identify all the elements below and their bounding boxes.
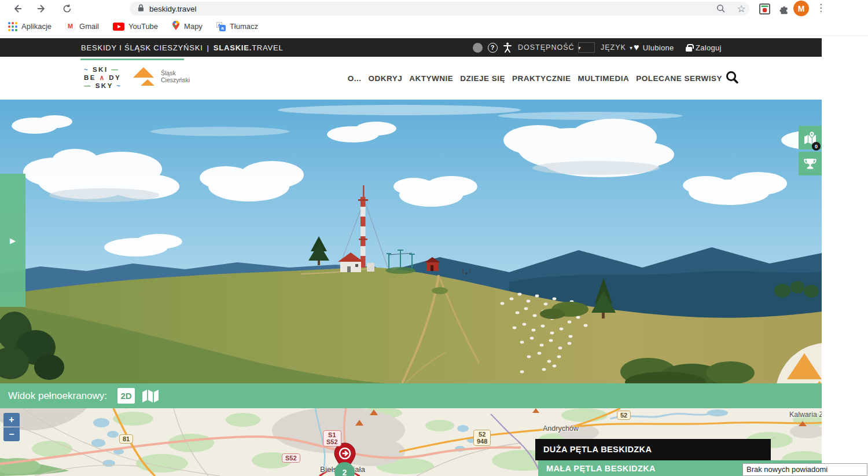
hero-banner: ▶ 0 [0,100,822,383]
notification-tooltip: Brak nowych powiadomi [742,463,867,476]
screenshot-root: beskidy.travel ☆ M ⋮ Aplikacje M Gmail [0,0,868,476]
trophy-button[interactable] [799,152,822,175]
gmail-icon: M [65,23,75,30]
extension-shortcut-icon[interactable] [757,2,772,16]
flag-poland-icon[interactable] [578,38,595,57]
extensions-puzzle-icon[interactable] [777,2,792,16]
zoom-in-button[interactable]: + [3,413,20,427]
bookmark-label: Gmail [79,22,99,31]
maps-pin-icon [172,21,180,32]
browser-toolbar: beskidy.travel ☆ M ⋮ [0,0,868,17]
road-shield-81: 81 [119,434,133,444]
forward-icon[interactable] [34,1,49,16]
menu-item-praktycznie[interactable]: PRAKTYCZNIE [512,74,571,83]
trophy-icon [803,157,817,171]
bookmark-label: Tłumacz [230,22,258,31]
trip-plan-count-badge: 0 [812,142,821,151]
city-label-kalwaria: Kalwaria Ze [789,411,822,419]
road-shield-s52: S52 [282,453,300,463]
lock-icon [686,47,692,52]
fullscreen-label: Widok pełnoekranowy: [8,390,107,402]
accessibility-menu[interactable]: DOSTĘPNOŚĆ ▾ [518,38,582,57]
heart-icon: ♥ [634,42,639,53]
translate-icon: Aa [216,22,226,31]
fullscreen-bar: Widok pełnoekranowy: 2D [0,383,822,408]
apps-grid-icon [8,22,17,31]
zoom-out-button[interactable]: − [3,427,20,441]
menu-item-polecane-serwisy[interactable]: POLECANE SERWISY [636,74,722,83]
bookmark-star-icon[interactable]: ☆ [734,2,749,16]
trip-plan-button[interactable]: 0 [799,126,822,149]
brand-left: BESKIDY I ŚLĄSK CIESZYŃSKI [81,43,203,52]
menu-item-odkryj[interactable]: ODKRYJ [368,74,402,83]
bookmarks-bar: Aplikacje M Gmail YouTube Mapy Aa Tłumac… [0,17,868,36]
search-icon[interactable] [726,71,739,86]
refresh-icon[interactable] [60,1,75,16]
login-label: Zaloguj [696,43,722,52]
login-link[interactable]: Zaloguj [686,38,722,57]
menu-item-o[interactable]: O... [348,74,362,83]
menu-item-dzieje-sie[interactable]: DZIEJE SIĘ [460,74,505,83]
chevron-down-icon: ▾ [630,45,633,51]
nav-accent-line [80,58,184,60]
view-2d-button[interactable]: 2D [117,388,135,404]
site-topbar: BESKIDY I ŚLĄSK CIESZYŃSKI | SLASKIE.TRA… [0,38,822,57]
language-label: JĘZYK [601,43,626,52]
favorites-link[interactable]: ♥ Ulubione [634,38,674,57]
youtube-icon [113,23,124,31]
brand-right-bold: SLASKIE. [214,43,252,52]
bookmark-youtube[interactable]: YouTube [113,22,158,31]
city-label-andrychow: Andrychów [543,424,579,433]
panel-arrow-icon: ▶ [10,236,16,245]
brand-divider: | [207,43,209,52]
profile-avatar[interactable]: M [793,1,809,16]
ssl-lock-icon [138,3,144,14]
bookmark-label: YouTube [128,22,158,31]
contrast-icon[interactable] [473,38,483,57]
zoom-page-icon[interactable] [713,2,729,16]
fullscreen-map-button[interactable] [142,389,160,403]
map-canvas[interactable]: + − 81 S1S52 S52 52948 52 Bielsko-Biała … [0,408,822,476]
main-menu: O... ODKRYJ AKTYWNIE DZIEJE SIĘ PRAKTYCZ… [0,74,722,83]
road-shield-s1-s52: S1S52 [323,430,341,446]
road-shield-52: 52 [617,411,631,420]
bookmark-maps[interactable]: Mapy [172,21,203,32]
map-fold-icon [142,389,160,403]
hero-side-panel-toggle[interactable]: ▶ [0,174,25,307]
favorites-label: Ulubione [643,43,674,52]
bookmark-label: Aplikacje [21,22,52,31]
brand-right-rest: TRAVEL [252,43,283,52]
accessibility-icon[interactable] [503,38,512,57]
url-text[interactable]: beskidy.travel [149,5,197,13]
menu-item-aktywnie[interactable]: AKTYWNIE [409,74,453,83]
site-nav: ~ SKI — BE ∧ DY — SKY ~ Śląsk Cieszyński… [0,57,822,100]
bookmark-label: Mapy [184,22,203,31]
browser-menu-kebab-icon[interactable]: ⋮ [816,2,826,14]
bookmark-translate[interactable]: Aa Tłumacz [216,22,258,31]
address-bar[interactable]: beskidy.travel [130,2,749,16]
accessibility-label: DOSTĘPNOŚĆ [518,43,575,52]
back-icon[interactable] [10,1,25,16]
menu-item-multimedia[interactable]: MULTIMEDIA [578,74,629,83]
route-item-duza-petla[interactable]: DUŻA PĘTLA BESKIDZKA [535,439,771,460]
hero-landscape-image [0,100,822,383]
bookmark-apps[interactable]: Aplikacje [8,22,52,31]
help-icon[interactable]: ? [488,38,498,57]
bookmark-gmail[interactable]: M Gmail [65,22,99,31]
site-brand[interactable]: BESKIDY I ŚLĄSK CIESZYŃSKI | SLASKIE.TRA… [81,38,284,57]
road-shield-52-948: 52948 [473,430,491,446]
language-menu[interactable]: JĘZYK ▾ [601,38,633,57]
